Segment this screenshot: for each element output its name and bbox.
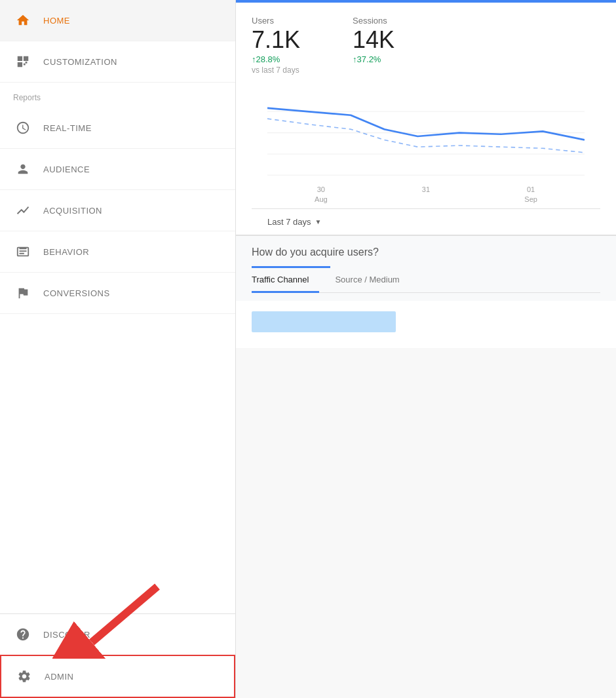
sidebar-item-home[interactable]: HOME — [0, 0, 235, 41]
sidebar-item-acquisition[interactable]: ACQUISITION — [0, 190, 235, 231]
sidebar: HOME CUSTOMIZATION Reports REAL-TIME AUD… — [0, 0, 236, 698]
main-content: Users 7.1K ↑28.8% vs last 7 days Session… — [236, 0, 616, 698]
realtime-label: REAL-TIME — [43, 123, 92, 133]
sidebar-item-realtime[interactable]: REAL-TIME — [0, 107, 235, 149]
flag-icon — [13, 283, 33, 303]
conversions-label: CONVERSIONS — [43, 288, 110, 298]
chart-x-labels: 30 Aug 31 01 Sep — [267, 182, 585, 208]
customization-icon — [13, 52, 33, 71]
sidebar-item-conversions[interactable]: CONVERSIONS — [0, 273, 235, 314]
discover-icon — [13, 625, 33, 644]
users-value: 7.1K — [252, 28, 300, 52]
sidebar-item-behavior[interactable]: BEHAVIOR — [0, 231, 235, 273]
sidebar-item-audience[interactable]: AUDIENCE — [0, 149, 235, 190]
sessions-value: 14K — [353, 28, 395, 52]
stats-row: Users 7.1K ↑28.8% vs last 7 days Session… — [252, 16, 600, 75]
discover-label: DISCOVER — [43, 630, 90, 640]
sidebar-item-admin[interactable]: ADMIN — [0, 655, 235, 698]
acquisition-label: ACQUISITION — [43, 206, 102, 216]
home-label: HOME — [43, 16, 70, 26]
chart-label-01sep: 01 Sep — [524, 185, 537, 205]
customization-label: CUSTOMIZATION — [43, 57, 117, 67]
bar-item-1 — [252, 311, 600, 332]
admin-label: ADMIN — [45, 672, 73, 682]
behavior-label: BEHAVIOR — [43, 247, 89, 257]
bar-fill-1 — [252, 311, 396, 332]
users-change: ↑28.8% — [252, 54, 300, 64]
home-icon — [13, 10, 33, 30]
sidebar-item-customization[interactable]: CUSTOMIZATION — [0, 41, 235, 83]
acquisition-icon — [13, 201, 33, 220]
top-bar — [236, 0, 616, 3]
tab-source-medium[interactable]: Source / Medium — [335, 268, 410, 293]
dropdown-icon: ▼ — [315, 218, 322, 225]
vs-label: vs last 7 days — [252, 66, 300, 75]
sessions-change: ↑37.2% — [353, 54, 395, 64]
reports-section: Reports — [0, 83, 235, 107]
chart-label-30aug: 30 Aug — [315, 185, 328, 205]
sessions-stat: Sessions 14K ↑37.2% — [353, 16, 395, 75]
line-chart — [267, 90, 585, 182]
date-range-label: Last 7 days — [267, 217, 311, 227]
clock-icon — [13, 118, 33, 138]
admin-gear-icon — [14, 667, 34, 686]
chart-container: 30 Aug 31 01 Sep — [252, 77, 600, 208]
sidebar-item-discover[interactable]: DISCOVER — [0, 614, 235, 655]
sessions-label: Sessions — [353, 16, 395, 26]
users-label: Users — [252, 16, 300, 26]
behavior-icon — [13, 242, 33, 262]
person-icon — [13, 159, 33, 179]
bar-preview — [236, 301, 616, 348]
date-range-selector[interactable]: Last 7 days ▼ — [252, 208, 600, 235]
acquire-section: How do you acquire users? Traffic Channe… — [236, 235, 616, 301]
chart-label-31: 31 — [422, 185, 430, 205]
audience-label: AUDIENCE — [43, 165, 90, 174]
acquire-title: How do you acquire users? — [252, 246, 600, 258]
acquire-tabs: Traffic Channel Source / Medium — [252, 268, 600, 293]
tab-traffic-channel[interactable]: Traffic Channel — [252, 268, 319, 293]
stats-card: Users 7.1K ↑28.8% vs last 7 days Session… — [236, 0, 616, 235]
users-stat: Users 7.1K ↑28.8% vs last 7 days — [252, 16, 300, 75]
sidebar-bottom: DISCOVER ADMIN — [0, 613, 235, 698]
